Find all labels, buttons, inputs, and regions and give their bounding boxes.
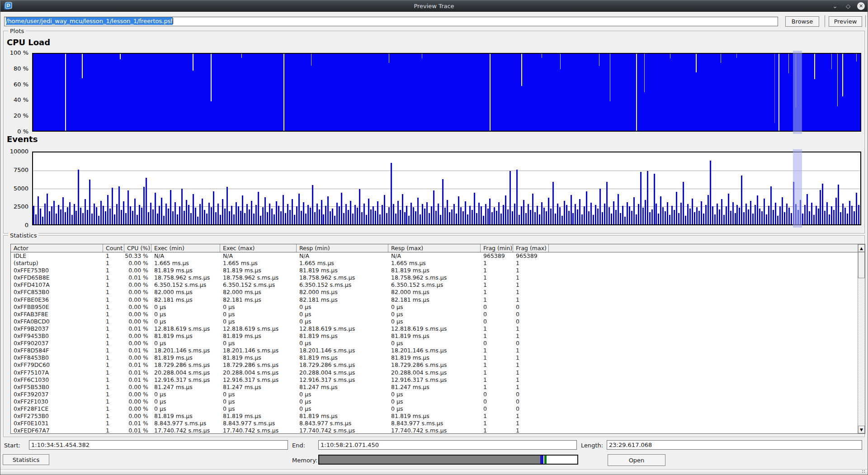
event-bar (487, 209, 489, 224)
event-bar (462, 211, 464, 224)
table-row[interactable]: 0xFFA0BCD010.00 %0 µs0 µs0 µs0 µs00 (11, 318, 865, 325)
table-row[interactable]: 0xFF9453B010.00 %81.819 ms.µs81.819 ms.µ… (11, 332, 865, 340)
table-row[interactable]: 0xFF9B203710.01 %12.818.619 s.ms.µs12.81… (11, 325, 865, 332)
scroll-up-icon[interactable]: ▲ (858, 244, 865, 252)
event-bar (717, 204, 718, 224)
table-cell: 0 µs (388, 318, 481, 325)
event-bar (161, 198, 162, 224)
event-bar (525, 213, 527, 224)
table-cell: 0 µs (297, 391, 388, 398)
event-bar (489, 199, 491, 224)
column-header[interactable]: Resp (max) (388, 244, 481, 252)
table-cell: 82.000 ms.µs (220, 289, 297, 296)
table-header-row[interactable]: ActorCountCPU (%)Exec (min)Exec (max)Res… (11, 244, 865, 252)
cpu-idle-dip (644, 54, 645, 92)
table-row[interactable]: 0xFFE753B010.00 %81.819 ms.µs81.819 ms.µ… (11, 267, 865, 274)
event-bar (481, 206, 482, 224)
event-bar (224, 209, 226, 224)
table-cell: 0xFF8453B0 (11, 354, 103, 361)
event-bar (777, 216, 778, 224)
events-plot[interactable] (32, 152, 861, 225)
event-bar (78, 170, 79, 224)
table-cell: 0.00 % (124, 260, 151, 267)
table-cell: 12.818.619 s.ms.µs (388, 325, 481, 332)
maximize-button[interactable]: ◇ (844, 2, 852, 10)
table-row[interactable]: 0xFF0E103110.01 %8.843.977 s.ms.µs8.843.… (11, 420, 865, 427)
table-row[interactable]: 0xFF79DC6010.01 %18.729.286 s.ms.µs18.72… (11, 361, 865, 369)
close-button[interactable]: ✕ (857, 2, 865, 10)
table-row[interactable]: 0xFFAB3F8E10.00 %0 µs0 µs0 µs0 µs00 (11, 311, 865, 318)
event-bar (112, 188, 113, 224)
cpu-load-plot[interactable] (32, 53, 861, 132)
table-scrollbar[interactable]: ▲ ▼ (858, 244, 865, 433)
start-input[interactable]: 1:10:34:51.454.382 (29, 440, 288, 450)
column-header[interactable]: Frag (max) (513, 244, 549, 252)
preview-button[interactable]: Preview (829, 16, 862, 27)
event-bar (483, 216, 484, 224)
column-header[interactable]: Actor (11, 244, 103, 252)
event-bar (575, 204, 576, 224)
table-row[interactable]: 0xFF28F1CE10.00 %0 µs0 µs0 µs0 µs00 (11, 405, 865, 413)
table-row[interactable]: 0xFF75107A10.01 %20.288.004 s.ms.µs20.28… (11, 369, 865, 376)
table-row[interactable]: 0xFF6C103010.01 %12.916.317 s.ms.µs12.91… (11, 376, 865, 384)
minimize-button[interactable]: ⌄ (831, 2, 839, 10)
length-input[interactable]: 23:29.617.068 (607, 440, 862, 450)
cpu-idle-dip (82, 54, 83, 78)
table-row[interactable]: IDLE150.33 %N/AN/AN/AN/A965389965389 (11, 252, 865, 260)
column-header[interactable]: CPU (%) (124, 244, 151, 252)
column-header[interactable]: Frag (min) (481, 244, 513, 252)
browse-button[interactable]: Browse (785, 16, 819, 27)
table-cell: 12.818.619 s.ms.µs (297, 325, 388, 332)
event-bar (345, 204, 347, 224)
event-bar (521, 206, 522, 224)
table-row[interactable]: 0xFF39203710.00 %0 µs0 µs0 µs0 µs00 (11, 391, 865, 398)
table-row[interactable]: 0xFFD4107A10.00 %6.350.152 s.ms.µs6.350.… (11, 281, 865, 289)
table-cell: 1 (481, 281, 513, 289)
column-header[interactable]: Exec (max) (220, 244, 297, 252)
table-row[interactable]: 0xFF2753B010.00 %81.819 ms.µs81.819 ms.µ… (11, 413, 865, 420)
table-row[interactable]: 0xFFC853B010.00 %82.000 ms.µs82.000 ms.µ… (11, 289, 865, 296)
event-bar (38, 196, 39, 224)
column-header[interactable]: Resp (min) (297, 244, 388, 252)
table-row[interactable]: (startup)10.00 %1.665 ms.µs1.665 ms.µs1.… (11, 260, 865, 267)
column-header[interactable]: Exec (min) (151, 244, 220, 252)
table-cell: 0xFFC853B0 (11, 289, 103, 296)
event-bar (100, 201, 102, 224)
event-bar (586, 191, 587, 224)
event-bar (202, 199, 203, 224)
table-row[interactable]: 0xFFBB950E10.00 %0 µs0 µs0 µs0 µs00 (11, 304, 865, 311)
table-row[interactable]: 0xFF90203710.00 %0 µs0 µs0 µs0 µs00 (11, 340, 865, 347)
table-cell: 1 (103, 361, 124, 369)
table-row[interactable]: 0xFF8D584F10.01 %18.201.146 s.ms.µs18.20… (11, 347, 865, 354)
table-cell: 82.181 ms.µs (220, 296, 297, 304)
statistics-button[interactable]: Statistics (3, 454, 49, 465)
selection-band-cpu[interactable] (793, 51, 802, 134)
table-row[interactable]: 0xFF2F103010.00 %0 µs0 µs0 µs0 µs00 (11, 398, 865, 405)
start-label: Start: (4, 442, 20, 449)
event-bar (447, 200, 448, 224)
table-row[interactable]: 0xFF5B53B010.00 %81.247 ms.µs81.247 ms.µ… (11, 384, 865, 391)
event-bar (130, 206, 131, 224)
titlebar[interactable]: Preview Trace ⌄ ◇ ✕ (0, 0, 868, 12)
table-row[interactable]: 0xFFBE0E3610.00 %82.181 ms.µs82.181 ms.µ… (11, 296, 865, 304)
event-bar (65, 212, 66, 224)
event-bar (246, 204, 248, 224)
event-bar (456, 214, 457, 224)
selection-band-events[interactable] (793, 149, 802, 228)
trace-path-input[interactable]: /home/user/jedi_way_mcu/lesson_1/lesson_… (4, 17, 778, 26)
scroll-down-icon[interactable]: ▼ (858, 426, 865, 433)
table-cell: 0 µs (220, 398, 297, 405)
event-bar (40, 209, 41, 224)
scrollbar-thumb[interactable] (858, 252, 865, 278)
column-header[interactable]: Count (103, 244, 124, 252)
table-cell: 1 (513, 376, 549, 384)
open-button[interactable]: Open (608, 454, 665, 466)
event-bar (350, 201, 351, 224)
table-row[interactable]: 0xFEDF67A710.01 %17.740.742 s.ms.µs17.74… (11, 427, 865, 434)
cpu-idle-dip (311, 54, 311, 66)
table-row[interactable]: 0xFF8453B010.00 %81.819 ms.µs81.819 ms.µ… (11, 354, 865, 361)
table-cell: 0.00 % (124, 413, 151, 420)
resize-grip-icon[interactable] (862, 470, 866, 474)
table-row[interactable]: 0xFFD65B8E10.01 %18.758.962 s.ms.µs18.75… (11, 274, 865, 281)
end-input[interactable]: 1:10:58:21.071.450 (318, 440, 577, 450)
